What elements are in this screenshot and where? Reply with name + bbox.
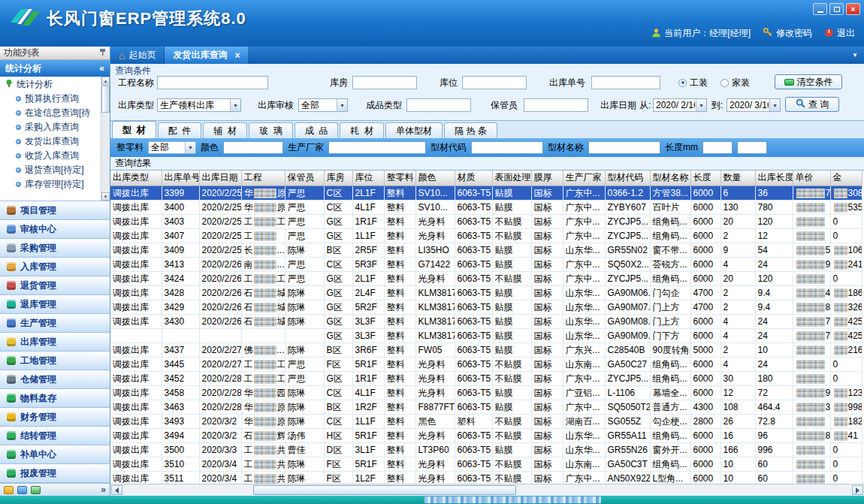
material-tab[interactable]: 成 品 [295, 122, 339, 138]
sidebar-module[interactable]: 生产管理 [0, 314, 110, 333]
sidebar-module[interactable]: 仓储管理 [0, 370, 110, 389]
scroll-up-icon[interactable]: ▲ [101, 77, 110, 85]
toolbar-list-icon[interactable] [31, 486, 41, 494]
table-row[interactable]: G区3L3F整料KLM38176063-T5贴膜国标山东华...GA90M09.… [110, 328, 862, 343]
table-row[interactable]: 调拨出库34632020/2/28华原...陈琳B区1R2F整料F8877FT6… [110, 400, 862, 414]
maker-input[interactable] [328, 141, 426, 154]
close-button[interactable]: × [846, 3, 860, 15]
tree-item[interactable]: 退货查询[待定] [0, 163, 110, 177]
table-row[interactable]: 调拨出库34092020/2/25长...陈琳B区2R5F整料LI35HO606… [110, 243, 862, 257]
scroll-thumb[interactable] [253, 485, 516, 495]
toolbar-overflow-icon[interactable]: » [101, 484, 106, 495]
table-row[interactable]: 调拨出库34452020/2/27工工程严思F区5R1F整料光身料6063-T5… [110, 357, 862, 371]
column-header[interactable]: 工程 [241, 171, 285, 186]
material-tab[interactable]: 耗 材 [340, 122, 384, 138]
logout-button[interactable]: 退出 [824, 27, 855, 40]
table-row[interactable]: 调拨出库34522020/2/28工工程严思G区1R1F整料光身料6063-T5… [110, 371, 862, 385]
scroll-left-button[interactable] [111, 485, 122, 495]
sidebar-module[interactable]: 入库管理 [0, 258, 110, 276]
tab-home[interactable]: ⌂ 起始页 [110, 47, 165, 64]
tree-item[interactable]: 库存管理[待定] [0, 177, 110, 192]
column-header[interactable]: 出库长度 [755, 171, 793, 186]
tree-item[interactable]: 在途信息查询[待 [0, 106, 110, 120]
audit-select[interactable]: 全部 ▼ [298, 98, 348, 112]
grid-hscrollbar[interactable] [110, 484, 864, 496]
toolbar-window-icon[interactable] [17, 486, 27, 494]
pin-icon[interactable] [99, 48, 106, 59]
date-from-select[interactable]: 2020/ 2/16 ▼ [653, 98, 707, 112]
tree-scrollbar[interactable]: ▲ ▼ [101, 77, 110, 201]
column-header[interactable]: 长度 [690, 171, 721, 186]
radio-home-option[interactable]: 家装 [721, 76, 750, 89]
search-button[interactable]: 查 询 [785, 97, 839, 112]
table-row[interactable]: 调拨出库34942020/3/2石辉城汤伟H区5R1F整料光身料6063-T5不… [110, 428, 862, 442]
collapse-icon[interactable]: « [99, 63, 104, 74]
material-tab[interactable]: 玻 璃 [249, 122, 293, 138]
table-row[interactable]: 调拨出库34302020/2/26石城陈琳G区3L3F整料KLM38176063… [110, 314, 862, 328]
table-row[interactable]: 调拨出库34032020/2/25工工程严思G区1R1F整料光身料6063-T5… [110, 214, 862, 228]
material-tab[interactable]: 辅 材 [203, 122, 247, 138]
tab-list-dropdown-icon[interactable]: ▼ [846, 52, 864, 59]
out-type-select[interactable]: 生产领料出库 ▼ [157, 98, 241, 112]
column-header[interactable]: 出库单号 [162, 171, 199, 186]
table-row[interactable]: 调拨出库34932020/3/2华原...陈琳C区1L1F整料黑色塑料不贴膜国标… [110, 414, 862, 428]
scroll-down-icon[interactable]: ▼ [101, 192, 110, 201]
tab-shipping-outbound-query[interactable]: 发货出库查询 × [165, 47, 249, 64]
sidebar-module[interactable]: 补单中心 [0, 445, 110, 464]
length-max-input[interactable] [737, 141, 767, 154]
column-header[interactable]: 数量 [721, 171, 755, 186]
table-row[interactable]: 调拨出库33992020/2/25华原...严思C区2L1F整料SV10...6… [110, 186, 862, 200]
tree-item[interactable]: 预算执行查询 [0, 92, 110, 106]
tab-close-icon[interactable]: × [234, 50, 240, 61]
sidebar-module[interactable]: 退货管理 [0, 276, 110, 295]
column-header[interactable]: 膜厚 [531, 171, 563, 186]
table-row[interactable]: 调拨出库34292020/2/26石城陈琳G区5R2F整料KLM38176063… [110, 300, 862, 314]
column-header[interactable]: 颜色 [415, 171, 455, 186]
sidebar-module[interactable]: 采购管理 [0, 239, 110, 258]
column-header[interactable]: 出库日期 [199, 171, 241, 186]
maximize-button[interactable] [829, 3, 844, 15]
table-row[interactable]: 调拨出库35102020/3/4工共工程陈琳F区5R1F整料光身料6063-T5… [110, 457, 862, 471]
tree-root[interactable]: 统计分析 [0, 77, 110, 92]
table-row[interactable]: 调拨出库34072020/2/25工严思G区1L1F整料光身料6063-T5不贴… [110, 228, 862, 243]
project-name-input[interactable] [157, 76, 268, 89]
column-header[interactable]: 库位 [352, 171, 384, 186]
tree-item[interactable]: 采购入库查询 [0, 120, 110, 134]
column-header[interactable]: 生产厂家 [563, 171, 605, 186]
radio-home-icon[interactable] [721, 79, 729, 87]
column-header[interactable]: 单价 [793, 171, 830, 186]
material-tab[interactable]: 单体型材 [385, 122, 443, 138]
scroll-right-button[interactable] [852, 485, 863, 495]
table-row[interactable]: 调拨出库35112020/3/4工共工程陈琳F区1L2F整料光身料6063-T5… [110, 471, 862, 484]
sidebar-module[interactable]: 结转管理 [0, 427, 110, 445]
dropdown-arrow-icon[interactable]: ▼ [230, 99, 240, 111]
material-tab[interactable]: 隔 热 条 [444, 122, 497, 138]
column-header[interactable]: 保管员 [285, 171, 324, 186]
minimize-button[interactable] [813, 3, 827, 15]
change-password-button[interactable]: 修改密码 [763, 27, 812, 40]
table-row[interactable]: 调拨出库35002020/3/3工共工程曹佳D区3L1F整料LT3P606063… [110, 442, 862, 457]
location-input[interactable] [462, 76, 527, 89]
radio-work-option[interactable]: 工装 [678, 76, 708, 89]
column-header[interactable]: 型材名称 [650, 171, 690, 186]
code-input[interactable] [471, 141, 543, 154]
warehouse-input[interactable] [352, 76, 417, 89]
column-header[interactable]: 出库类型 [110, 171, 162, 186]
column-header[interactable]: 型材代码 [605, 171, 650, 186]
table-row[interactable]: 调拨出库34002020/2/25华原...严思C区4L1F整料SV10...6… [110, 200, 862, 214]
tree-scroll-thumb[interactable] [101, 86, 110, 113]
clear-conditions-button[interactable]: 清空条件 [775, 74, 842, 89]
order-no-input[interactable] [591, 76, 660, 89]
dropdown-arrow-icon[interactable]: ▼ [337, 99, 347, 111]
table-row[interactable]: 调拨出库34132020/2/26南...严思C区5R3F整料G71422606… [110, 257, 862, 271]
sidebar-module[interactable]: 财务管理 [0, 408, 110, 427]
column-header[interactable]: 整零料 [384, 171, 415, 186]
table-row[interactable]: 调拨出库34242020/2/26工工程严思G区2L1F整料光身料6063-T5… [110, 271, 862, 285]
column-header[interactable]: 金 [830, 171, 862, 186]
table-row[interactable]: 调拨出库34372020/2/27佛...陈琳B区3R6F整料FW056063-… [110, 343, 862, 357]
product-type-input[interactable] [406, 98, 471, 112]
table-row[interactable]: 调拨出库34582020/2/28华园陈琳C区4L1F整料光身料6063-T5贴… [110, 385, 862, 400]
material-tab[interactable]: 型 材 [112, 121, 156, 138]
sidebar-module[interactable]: 报废管理 [0, 464, 110, 483]
dropdown-arrow-icon[interactable]: ▼ [185, 142, 195, 153]
